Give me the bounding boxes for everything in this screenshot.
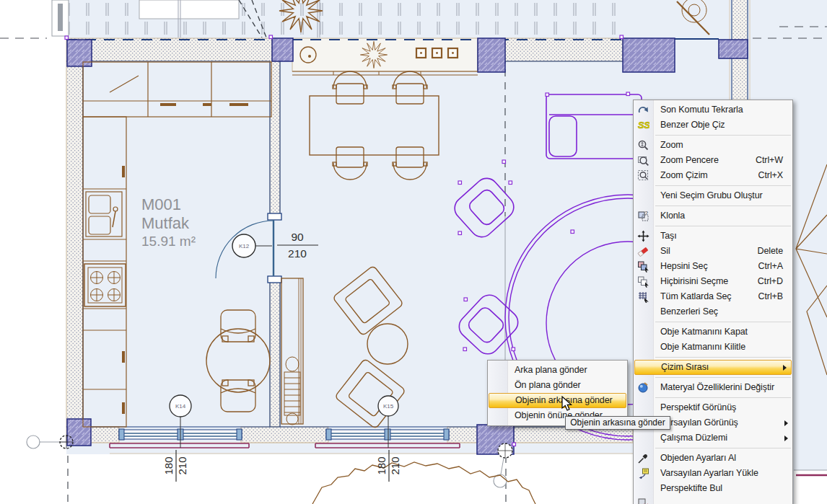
menu-item-label: Materyal Özelliklerini Değiştir [660,382,774,392]
menu-separator [655,226,791,226]
chimney-structure [52,0,69,36]
menu-item-hepsini-seç[interactable]: Hepsini SeçCtrl+A [634,259,792,274]
menu-item-hiçbirisini-seçme[interactable]: Hiçbirisini SeçmeCtrl+D [634,274,792,289]
empty-icon [637,341,649,353]
menu-item-label: Obje Katmanını Kapat [660,327,748,337]
menu-item-label: Zoom Pencere [660,155,719,165]
menu-separator [655,185,791,186]
menu-separator [655,357,791,358]
terrace-deck [66,0,626,37]
mouse-cursor-icon [561,396,577,416]
menu-item-label: Benzer Obje Çiz [660,120,725,130]
empty-icon [491,364,504,376]
menu-item-ön-plana-gönder[interactable]: Ön plana gönder [488,378,627,393]
door-marker: K12 [239,243,250,249]
empty-icon [491,410,504,422]
menu-item-klonla[interactable]: ?Klonla [634,208,792,224]
menu-item-label: Hepsini Seç [660,261,708,271]
room-code: M001 [141,195,181,213]
menu-item-zoom-çizim[interactable]: Zoom ÇizimCtrl+X [634,168,792,183]
window-right-width: 180 [375,456,388,474]
empty-icon [491,379,504,392]
submenu-arrow-icon [784,420,788,426]
menu-item-obje-katmanını-kilitle[interactable]: Obje Katmanını Kilitle [634,340,792,355]
menu-separator [655,322,791,322]
door-height: 210 [288,247,307,260]
menu-item-label: Çizim Sırası [661,362,709,372]
empty-icon [637,482,649,495]
room-area: 15.91 m² [141,234,196,249]
delete-icon [637,245,649,257]
redo-icon [637,104,649,116]
svg-text:?: ? [645,210,649,216]
menu-item-blank[interactable] [634,496,792,504]
menu-item-perspektifte-bul[interactable]: Perspektifte Bul [634,481,792,496]
tooltip: Objenin arkasına gönder [565,416,670,430]
menu-item-çizim-sırası[interactable]: Çizim Sırası [634,360,792,375]
menu-item-label: Zoom [660,140,683,150]
menu-item-obje-katmanını-kapat[interactable]: Obje Katmanını Kapat [634,324,792,340]
menu-item-label: Zoom Çizim [660,170,708,180]
select-all-icon [637,260,649,273]
menu-item-sil[interactable]: SilDelete [634,244,792,259]
menu-item-shortcut: Ctrl+B [758,289,783,304]
menu-separator [655,135,791,136]
menu-item-label: Perspektif Görünüş [660,402,736,412]
menu-item-shortcut: Delete [757,244,783,259]
menu-item-label: Çalışma Düzlemi [660,433,727,443]
menu-item-zoom[interactable]: Zoom [634,138,792,153]
menu-separator [655,377,791,378]
menu-separator [655,205,791,206]
menu-item-zoom-pencere[interactable]: Zoom PencereCtrl+W [634,153,792,168]
empty-icon [493,395,505,407]
menu-item-label: Sil [660,246,670,256]
menu-item-label: Hiçbirisini Seçme [660,276,728,286]
menu-item-label: Arka plana gönder [515,365,587,375]
menu-item-benzerleri-seç[interactable]: Benzerleri Seç [634,304,792,319]
empty-icon [637,190,649,202]
deselect-icon [637,275,649,288]
submenu-arrow-icon [783,365,787,371]
menu-item-label: Son Komutu Tekrarla [660,105,743,115]
menu-item-perspektif-görünüş[interactable]: Perspektif Görünüş [634,400,792,415]
window-left-width: 180 [162,456,175,474]
menu-item-materyal-özelliklerini-değiştir[interactable]: Materyal Özelliklerini Değiştir [634,380,792,395]
load-defaults-icon [637,467,649,479]
menu-item-benzer-obje-çiz[interactable]: SSBenzer Obje Çiz [634,118,792,133]
context-menu: Son Komutu TekrarlaSSBenzer Obje ÇizZoom… [633,100,793,504]
menu-item-çalışma-düzlemi[interactable]: Çalışma Düzlemi [634,430,792,446]
tooltip-text: Objenin arkasına gönder [570,417,665,428]
eyedropper-icon [637,452,649,464]
menu-item-arka-plana-gönder[interactable]: Arka plana gönder [488,363,627,378]
empty-icon [637,326,649,338]
empty-icon [637,402,649,414]
menu-item-yeni-seçim-grubu-oluştur[interactable]: Yeni Seçim Grubu Oluştur [634,188,792,203]
similar-object-icon: SS [637,119,649,131]
menu-item-label: Taşı [660,231,677,241]
menu-item-label: Objeden Ayarları Al [660,453,736,463]
svg-text:SS: SS [638,120,649,131]
window-left-height: 210 [176,456,188,474]
menu-item-tüm-katlarda-seç[interactable]: Tüm Katlarda SeçCtrl+B [634,289,792,304]
submenu-arrow-icon [784,436,788,441]
menu-item-label: Ön plana gönder [515,380,581,390]
window-right-height: 210 [389,456,401,474]
menu-item-taşı[interactable]: Taşı [634,229,792,244]
menu-item-label: Klonla [660,211,685,221]
menu-item-shortcut: Ctrl+A [758,259,783,274]
window-left-marker: K14 [175,403,186,410]
menu-separator [655,397,791,398]
zoom-icon [637,139,649,151]
menu-item-varsayılan-ayarları-yükle[interactable]: Varsayılan Ayarları Yükle [634,466,792,481]
menu-item-objenin-arkasına-gönder[interactable]: Objenin arkasına gönder [489,393,626,408]
menu-item-shortcut: Ctrl+W [756,153,783,168]
menu-item-label: Tüm Katlarda Seç [660,291,731,301]
menu-item-son-komutu-tekrarla[interactable]: Son Komutu Tekrarla [634,102,792,118]
select-floors-icon [637,291,649,303]
menu-item-label: Varsayılan Görünüş [660,417,738,428]
room-name: Mutfak [141,214,190,232]
menu-item-label: Yeni Seçim Grubu Oluştur [660,190,763,200]
menu-item-shortcut: Ctrl+X [758,168,783,183]
menu-item-objeden-ayarları-al[interactable]: Objeden Ayarları Al [634,451,792,466]
door-width: 90 [291,231,304,243]
